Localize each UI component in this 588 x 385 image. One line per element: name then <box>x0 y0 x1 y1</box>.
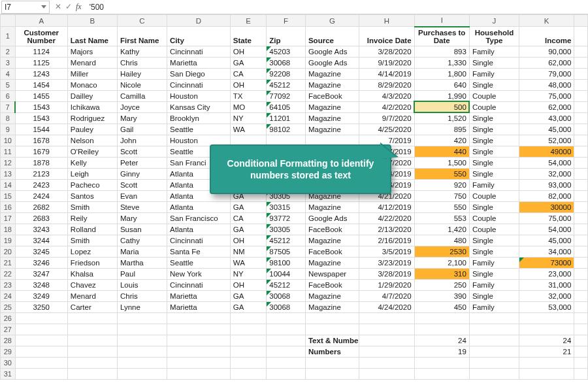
cell[interactable]: 3247 <box>15 268 67 279</box>
cell[interactable]: Steve <box>117 201 167 212</box>
cell[interactable]: 8/29/2020 <box>359 79 414 90</box>
cell[interactable]: 75,000 <box>519 90 574 101</box>
cell[interactable] <box>267 312 306 324</box>
cell[interactable] <box>67 357 117 368</box>
row-header[interactable]: 17 <box>1 212 16 224</box>
cell[interactable] <box>574 135 588 146</box>
cell[interactable]: NY <box>230 268 267 279</box>
cell[interactable] <box>15 324 67 335</box>
col-K[interactable]: K <box>519 15 574 27</box>
cell[interactable]: 3/28/2020 <box>359 46 414 57</box>
cell[interactable]: 11201 <box>267 112 306 124</box>
cell[interactable]: Family <box>469 68 519 79</box>
cell[interactable]: Ginny <box>117 168 167 179</box>
cell[interactable]: 32,000 <box>519 290 574 301</box>
cell[interactable] <box>267 324 306 335</box>
col-F[interactable]: F <box>267 15 306 27</box>
cell[interactable]: 24 <box>519 335 574 346</box>
cell[interactable]: Dailley <box>67 90 117 101</box>
cell[interactable]: 1/29/2020 <box>359 279 414 290</box>
col-B[interactable]: B <box>67 15 117 27</box>
cell[interactable] <box>574 268 588 279</box>
cell[interactable]: 62,000 <box>519 57 574 68</box>
cell[interactable]: OH <box>230 46 267 57</box>
cell[interactable]: 3/23/2019 <box>359 257 414 268</box>
cell[interactable] <box>267 346 306 357</box>
cell[interactable]: Couple <box>469 212 519 224</box>
cell[interactable]: 2424 <box>15 190 67 201</box>
cell[interactable]: Rolland <box>67 224 117 235</box>
cell[interactable]: 3/28/2019 <box>359 268 414 279</box>
cell[interactable]: Zip <box>267 27 306 46</box>
cell[interactable] <box>574 235 588 246</box>
cell[interactable]: Majors <box>67 46 117 57</box>
cell[interactable] <box>574 101 588 112</box>
cell[interactable] <box>117 324 167 335</box>
cell[interactable]: Cathy <box>117 235 167 246</box>
cell[interactable]: Couple <box>469 101 519 112</box>
cell[interactable]: 30305 <box>267 224 306 235</box>
cell[interactable]: 2530 <box>414 246 469 257</box>
cell[interactable] <box>230 368 267 379</box>
cell[interactable] <box>574 257 588 268</box>
row-header[interactable]: 13 <box>1 168 16 179</box>
formula-input[interactable]: '500 <box>86 3 588 12</box>
select-all[interactable] <box>1 15 16 27</box>
cell[interactable]: San Diego <box>167 68 231 79</box>
cell[interactable] <box>574 335 588 346</box>
cell[interactable] <box>117 346 167 357</box>
cell[interactable]: Family <box>469 279 519 290</box>
row-header[interactable]: 2 <box>1 46 16 57</box>
cell[interactable] <box>414 324 469 335</box>
cell[interactable]: Single <box>469 235 519 246</box>
cell[interactable]: Google Ads <box>305 57 359 68</box>
cell[interactable]: City <box>167 27 231 46</box>
cell[interactable]: Hailey <box>117 68 167 79</box>
cell[interactable] <box>574 224 588 235</box>
cell[interactable]: 30315 <box>267 201 306 212</box>
cell[interactable] <box>359 335 414 346</box>
fx-icon[interactable]: fx <box>76 2 82 12</box>
cell[interactable]: Single <box>469 201 519 212</box>
cell[interactable]: Chris <box>117 290 167 301</box>
cell[interactable] <box>574 357 588 368</box>
cell[interactable]: Customer Number <box>15 27 67 46</box>
cell[interactable]: Scott <box>117 179 167 190</box>
cell[interactable]: Houston <box>167 90 231 101</box>
cell[interactable]: San Francisco <box>167 212 231 224</box>
row-header[interactable]: 1 <box>1 27 16 46</box>
cell[interactable] <box>15 357 67 368</box>
cell[interactable]: 1,500 <box>414 157 469 168</box>
cell[interactable]: 1,800 <box>414 68 469 79</box>
cell[interactable] <box>574 368 588 379</box>
cell[interactable]: 49000 <box>519 146 574 157</box>
cell[interactable]: Single <box>469 168 519 179</box>
cell[interactable]: 1,990 <box>414 90 469 101</box>
cell[interactable]: Magazine <box>305 112 359 124</box>
cell[interactable]: Single <box>469 157 519 168</box>
col-D[interactable]: D <box>167 15 231 27</box>
cell[interactable] <box>574 246 588 257</box>
cell[interactable] <box>469 346 519 357</box>
cell[interactable]: 1543 <box>15 101 67 112</box>
cell[interactable]: 43,000 <box>519 112 574 124</box>
cell[interactable]: 450 <box>414 301 469 312</box>
cell[interactable]: NY <box>230 112 267 124</box>
cell[interactable]: 1125 <box>15 57 67 68</box>
cell[interactable] <box>359 312 414 324</box>
cell[interactable] <box>167 335 231 346</box>
cell[interactable]: Single <box>469 246 519 257</box>
cell[interactable]: Pauley <box>67 124 117 135</box>
cell[interactable]: GA <box>230 224 267 235</box>
cell[interactable]: 3243 <box>15 224 67 235</box>
cell[interactable] <box>469 357 519 368</box>
cell[interactable]: 1243 <box>15 68 67 79</box>
cell[interactable]: Marietta <box>167 57 231 68</box>
cell[interactable]: 895 <box>414 124 469 135</box>
cell[interactable]: Chris <box>117 57 167 68</box>
cell[interactable]: 4/2/2020 <box>359 101 414 112</box>
cell[interactable] <box>230 357 267 368</box>
row-header[interactable]: 27 <box>1 324 16 335</box>
col-A[interactable]: A <box>15 15 67 27</box>
cell[interactable]: 98102 <box>267 124 306 135</box>
